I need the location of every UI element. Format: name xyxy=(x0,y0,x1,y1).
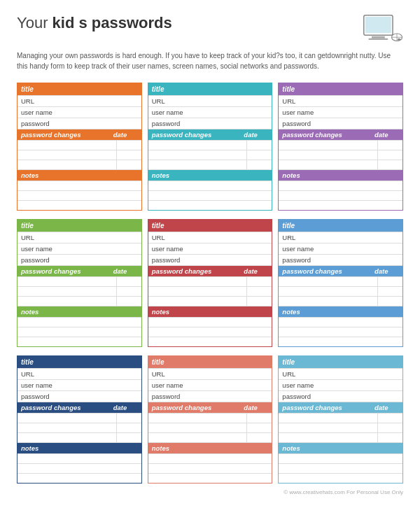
card-url-row: URL xyxy=(148,95,272,106)
card-pw-row-3 xyxy=(148,160,272,169)
card-pw-row-3 xyxy=(148,432,272,442)
card-notes-header: notes xyxy=(18,169,141,181)
card-pw-row-1 xyxy=(18,276,141,286)
page-header: Your kid s passwords xyxy=(17,14,403,45)
card-3-2: title URL user name password password ch… xyxy=(148,355,273,484)
card-url-row: URL xyxy=(279,368,402,379)
card-notes-row-3 xyxy=(18,337,141,346)
svg-rect-3 xyxy=(369,38,388,40)
svg-point-7 xyxy=(398,38,401,41)
card-title-header: title xyxy=(279,220,402,232)
card-notes-row-3 xyxy=(279,473,402,483)
card-url-row: URL xyxy=(148,368,272,379)
card-password-row: password xyxy=(148,118,272,129)
card-notes-row-2 xyxy=(279,463,402,473)
card-username-row: user name xyxy=(18,379,141,390)
card-1-1: title URL user name password password ch… xyxy=(17,83,142,211)
card-1-3: title URL user name password password ch… xyxy=(278,83,403,211)
card-notes-row-2 xyxy=(148,190,272,200)
card-notes-row-1 xyxy=(18,181,141,190)
card-notes-row-2 xyxy=(18,463,141,473)
card-pw-changes-header: password changes date xyxy=(148,129,272,140)
card-pw-row-3 xyxy=(18,160,141,169)
card-pw-row-2 xyxy=(148,423,272,432)
card-username-row: user name xyxy=(18,243,141,254)
card-notes-row-1 xyxy=(279,181,402,190)
cards-row-1: title URL user name password password ch… xyxy=(17,83,403,211)
card-pw-row-3 xyxy=(279,160,402,169)
card-notes-header: notes xyxy=(18,306,141,317)
svg-rect-1 xyxy=(365,17,391,33)
card-notes-row-2 xyxy=(279,327,402,337)
card-pw-changes-header: password changes date xyxy=(18,402,141,413)
card-pw-row-1 xyxy=(18,413,141,423)
card-pw-row-3 xyxy=(148,296,272,306)
card-password-row: password xyxy=(18,118,141,129)
card-password-row: password xyxy=(18,254,141,265)
card-title-header: title xyxy=(148,356,272,368)
card-pw-changes-header: password changes date xyxy=(18,129,141,140)
card-notes-row-1 xyxy=(148,181,272,190)
card-notes-row-1 xyxy=(18,317,141,327)
card-notes-header: notes xyxy=(279,442,402,453)
card-pw-changes-header: password changes date xyxy=(279,265,402,276)
card-url-row: URL xyxy=(18,232,141,243)
cards-row-2: title URL user name password password ch… xyxy=(17,219,403,347)
card-pw-row-3 xyxy=(18,296,141,306)
card-2-3: title URL user name password password ch… xyxy=(278,219,403,347)
card-pw-changes-header: password changes date xyxy=(18,265,141,276)
card-pw-row-1 xyxy=(148,413,272,423)
card-url-row: URL xyxy=(18,95,141,106)
card-notes-row-3 xyxy=(148,337,272,346)
card-notes-row-2 xyxy=(18,327,141,337)
card-pw-changes-header: password changes date xyxy=(148,402,272,413)
card-pw-row-1 xyxy=(18,140,141,150)
card-notes-header: notes xyxy=(279,306,402,317)
card-notes-header: notes xyxy=(18,442,141,453)
card-pw-row-2 xyxy=(279,150,402,160)
card-pw-row-2 xyxy=(148,150,272,160)
card-title-header: title xyxy=(279,356,402,368)
card-notes-row-2 xyxy=(279,190,402,200)
card-notes-row-3 xyxy=(279,337,402,346)
card-notes-row-2 xyxy=(148,463,272,473)
card-pw-row-1 xyxy=(148,140,272,150)
card-notes-row-1 xyxy=(279,453,402,463)
card-title-header: title xyxy=(148,83,272,95)
cards-grid: title URL user name password password ch… xyxy=(17,83,403,484)
card-username-row: user name xyxy=(279,379,402,390)
card-notes-row-3 xyxy=(279,200,402,210)
card-pw-row-2 xyxy=(279,423,402,432)
card-title-header: title xyxy=(279,83,402,95)
card-username-row: user name xyxy=(148,106,272,118)
card-pw-row-1 xyxy=(148,276,272,286)
computer-icon xyxy=(361,14,403,45)
card-password-row: password xyxy=(148,390,272,402)
card-notes-row-2 xyxy=(148,327,272,337)
page-title: Your kid s passwords xyxy=(17,14,172,32)
card-2-2: title URL user name password password ch… xyxy=(148,219,273,347)
card-notes-header: notes xyxy=(148,306,272,317)
card-title-header: title xyxy=(18,220,141,232)
card-notes-row-3 xyxy=(18,473,141,483)
card-pw-row-2 xyxy=(18,423,141,432)
card-title-header: title xyxy=(18,356,141,368)
card-pw-row-2 xyxy=(18,150,141,160)
card-pw-row-3 xyxy=(279,432,402,442)
card-notes-row-3 xyxy=(148,200,272,210)
card-password-row: password xyxy=(18,390,141,402)
card-pw-row-3 xyxy=(279,296,402,306)
footer-text: © www.creativehats.com For Personal Use … xyxy=(17,489,403,495)
card-notes-header: notes xyxy=(148,169,272,181)
cards-row-3: title URL user name password password ch… xyxy=(17,355,403,484)
card-url-row: URL xyxy=(18,368,141,379)
card-username-row: user name xyxy=(279,243,402,254)
card-username-row: user name xyxy=(148,243,272,254)
card-pw-changes-header: password changes date xyxy=(279,129,402,140)
card-password-row: password xyxy=(279,254,402,265)
card-3-3: title URL user name password password ch… xyxy=(278,355,403,484)
description-text: Managing your own passwords is hard enou… xyxy=(17,50,403,71)
card-notes-header: notes xyxy=(279,169,402,181)
card-notes-row-1 xyxy=(148,317,272,327)
card-notes-row-3 xyxy=(18,200,141,210)
